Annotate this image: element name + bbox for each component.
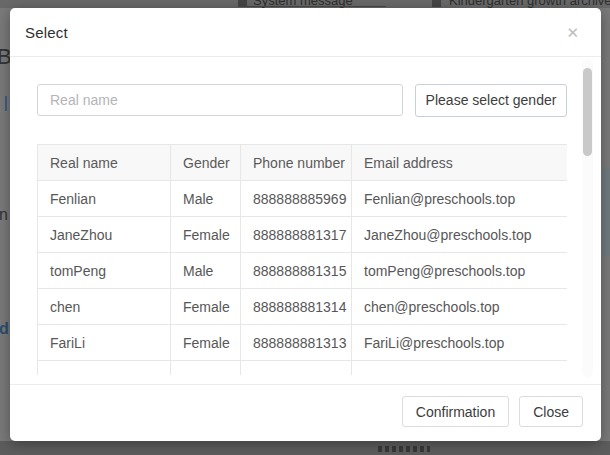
table-row[interactable]: FariLi Female 888888881313 FariLi@presch… [38,325,568,361]
column-header-gender: Gender [171,145,241,181]
cell-phone-number: 888888881317 [241,217,352,253]
cell-email: Fenlian@preschools.top [352,181,568,217]
column-header-phone-number: Phone number [241,145,352,181]
cell-email: chen@preschools.top [352,289,568,325]
cell-gender: Female [171,325,241,361]
cell-real-name: tomPeng [38,253,171,289]
scrollbar-thumb[interactable] [583,68,592,156]
background-bottom-bar [0,441,610,455]
close-icon[interactable]: ✕ [564,23,581,42]
cell-phone-number: 888888881313 [241,325,352,361]
confirmation-button[interactable]: Confirmation [402,396,509,427]
cell-email: tomPeng@preschools.top [352,253,568,289]
dialog-footer: Confirmation Close [10,384,601,441]
gender-select[interactable]: Please select gender [415,84,567,117]
background-left-edge: B n d [0,8,10,441]
cell-real-name: JaneZhou [38,217,171,253]
cell-email: FariLi@preschools.top [352,325,568,361]
background-text-fragment: d [0,320,9,338]
table-header: Real name Gender Phone number Email addr… [38,145,568,181]
cell-real-name: Fenlian [38,181,171,217]
cell-phone-number: 888888881315 [241,253,352,289]
cell-gender: Female [171,217,241,253]
background-top-bar: System message Kindergarten growth archi… [0,0,610,8]
cell-email: JaneZhou@preschools.top [352,217,568,253]
column-header-email: Email address [352,145,568,181]
real-name-input[interactable] [37,84,403,116]
background-text-fragment [378,446,430,452]
cell-phone-number: 888888885969 [241,181,352,217]
cell-real-name: FariLi [38,325,171,361]
background-right-edge [602,8,610,441]
table-row[interactable]: tomPeng Male 888888881315 tomPeng@presch… [38,253,568,289]
column-header-real-name: Real name [38,145,171,181]
background-tab-growth-archives: Kindergarten growth archives [449,0,610,8]
background-text-fragment: n [0,206,8,224]
table-row[interactable]: Fenlian Male 888888885969 Fenlian@presch… [38,181,568,217]
screen: System message Kindergarten growth archi… [0,0,610,455]
table-row[interactable]: JaneZhou Female 888888881317 JaneZhou@pr… [38,217,568,253]
background-band [602,168,610,256]
dialog-header: Select ✕ [10,8,601,57]
results-table: Real name Gender Phone number Email addr… [37,144,567,375]
filter-row: Please select gender [37,84,567,117]
cell-gender: Female [171,289,241,325]
table-body: Fenlian Male 888888885969 Fenlian@presch… [38,181,568,376]
select-dialog: Select ✕ Please select gender Real name … [10,8,601,441]
dialog-title: Select [25,24,68,41]
cell-phone-number: 888888881314 [241,289,352,325]
grid-icon [432,0,441,7]
table-row[interactable]: chen Female 888888881314 chen@preschools… [38,289,568,325]
background-text-fragment: B [0,44,10,70]
vertical-scrollbar[interactable] [582,59,593,377]
close-button[interactable]: Close [519,396,583,427]
dialog-body: Please select gender Real name Gender Ph… [10,57,601,384]
background-text-fragment [5,96,7,111]
cell-real-name: chen [38,289,171,325]
cell-gender: Male [171,181,241,217]
cell-gender: Male [171,253,241,289]
table-row-partial[interactable] [38,361,568,376]
results-table-wrap: Real name Gender Phone number Email addr… [37,144,567,375]
background-tab-underline [238,6,386,7]
